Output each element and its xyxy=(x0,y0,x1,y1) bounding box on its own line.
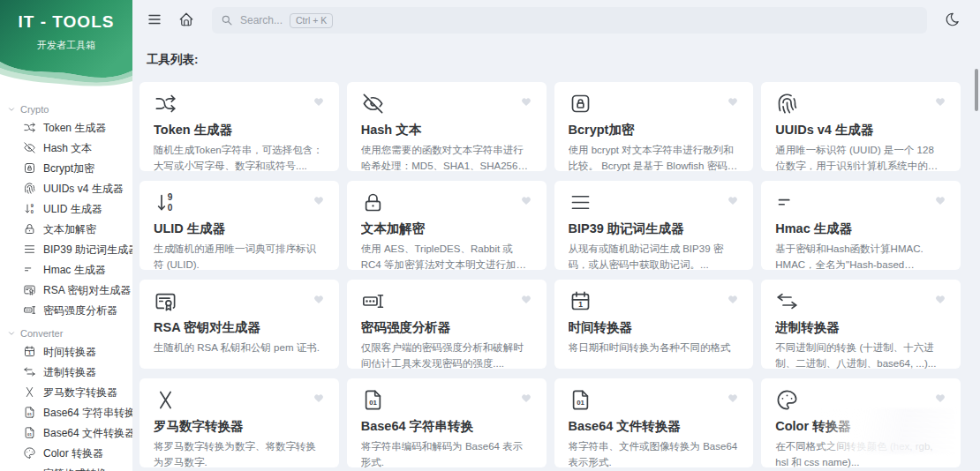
tool-card[interactable]: Hash 文本 使用您需要的函数对文本字符串进行哈希处理：MD5、SHA1、SH… xyxy=(347,82,547,171)
menu-toggle-button[interactable] xyxy=(143,9,166,32)
list-icon xyxy=(23,243,36,256)
file-digit-icon: 01 xyxy=(23,406,36,419)
tool-card[interactable]: 文本加解密 使用 AES、TripleDES、Rabbit 或 RC4 等加密算… xyxy=(347,181,547,270)
tool-card-description: 将罗马数字转换为数字、将数字转换为罗马数字. xyxy=(154,439,325,467)
sidebar-item[interactable]: Hmac 生成器 xyxy=(0,259,132,280)
tool-card[interactable]: BIP39 助记词生成器 从现有或随机助记词生成 BIP39 密码，或从密码中获… xyxy=(554,181,754,270)
tool-card[interactable]: 01 Base64 文件转换器 将字符串、文件或图像转换为 Base64 表示形… xyxy=(554,378,754,467)
tool-card[interactable]: 90 ULID 生成器 生成随机的通用唯一词典可排序标识符 (ULID). xyxy=(139,181,339,270)
svg-text:0: 0 xyxy=(31,209,34,214)
svg-text:01: 01 xyxy=(369,399,377,407)
sidebar-item[interactable]: Color 转换器 xyxy=(0,443,132,463)
scrollbar-thumb[interactable] xyxy=(975,69,978,111)
app-subtitle: 开发者工具箱 xyxy=(0,39,132,52)
tool-card-description: 使用 AES、TripleDES、Rabbit 或 RC4 等加密算法对文本明文… xyxy=(361,242,532,270)
sidebar-item[interactable]: BIP39 助记词生成器 xyxy=(0,239,132,259)
tool-card-title: Bcrypt加密 xyxy=(569,122,740,138)
favorite-heart-icon[interactable] xyxy=(934,392,946,404)
sidebar-section-label: Converter xyxy=(20,328,63,339)
favorite-heart-icon[interactable] xyxy=(520,194,532,206)
favorite-heart-icon[interactable] xyxy=(313,392,325,404)
tool-card[interactable]: Hmac 生成器 基于密钥和Hash函数计算HMAC. HMAC，全名为"Has… xyxy=(761,181,961,270)
tool-card[interactable]: RSA 密钥对生成器 生随机的 RSA 私钥和公钥 pem 证书. xyxy=(139,280,339,369)
tool-card-description: 在不同格式之间转换颜色 (hex, rgb, hsl 和 css name)..… xyxy=(775,439,946,467)
dark-mode-toggle[interactable] xyxy=(941,9,964,32)
favorite-heart-icon[interactable] xyxy=(727,95,739,108)
sidebar-item[interactable]: Bcrypt加密 xyxy=(0,158,132,178)
favorite-heart-icon[interactable] xyxy=(934,95,946,108)
sidebar-item[interactable]: 文本加解密 xyxy=(0,219,132,239)
favorite-heart-icon[interactable] xyxy=(934,194,946,206)
sidebar-item[interactable]: Hash 文本 xyxy=(0,138,132,158)
letter-x-icon xyxy=(23,385,36,399)
tool-card-description: 使用您需要的函数对文本字符串进行哈希处理：MD5、SHA1、SHA256、SHA… xyxy=(361,143,532,171)
sidebar-item[interactable]: 1 时间转换器 xyxy=(0,341,132,362)
arrows-left-right-icon xyxy=(23,365,36,378)
favorite-heart-icon[interactable] xyxy=(520,293,532,305)
favorite-heart-icon[interactable] xyxy=(727,392,739,404)
topbar: Search... Ctrl + K xyxy=(132,0,980,41)
sidebar-item[interactable]: 罗马数字转换器 xyxy=(0,382,132,402)
tool-card-description: 将字符串编码和解码为 Base64 表示形式. xyxy=(361,439,532,467)
chevron-down-icon xyxy=(7,105,16,114)
favorite-heart-icon[interactable] xyxy=(520,95,532,108)
arrows-left-right-icon xyxy=(775,289,799,313)
svg-text:0: 0 xyxy=(168,203,173,213)
tool-card[interactable]: Bcrypt加密 使用 bcrypt 对文本字符串进行散列和比较。 Bcrypt… xyxy=(554,82,754,171)
sidebar-item[interactable]: Token 生成器 xyxy=(0,117,132,138)
tool-card[interactable]: 1 时间转换器 将日期和时间转换为各种不同的格式 xyxy=(554,280,754,369)
sidebar-item[interactable]: aA 字符格式转换 xyxy=(0,463,132,471)
app-logo: IT - TOOLS 开发者工具箱 xyxy=(0,0,132,91)
tool-card[interactable]: Token 生成器 随机生成Token字符串，可选择包含：大写或小写字母、数字和… xyxy=(139,82,339,171)
sidebar-item[interactable]: UUIDs v4 生成器 xyxy=(0,178,132,198)
sidebar-item-label: 罗马数字转换器 xyxy=(43,386,117,399)
shuffle-icon xyxy=(23,121,36,134)
certificate-icon xyxy=(154,289,177,313)
hmac-lines-icon xyxy=(23,263,36,276)
svg-text:01: 01 xyxy=(577,399,584,407)
favorite-heart-icon[interactable] xyxy=(934,293,946,305)
sidebar-section-header[interactable]: Crypto xyxy=(0,101,132,117)
sidebar-section-header[interactable]: Converter xyxy=(0,325,132,341)
tool-card-title: Token 生成器 xyxy=(154,122,325,138)
sidebar-item[interactable]: 进制转换器 xyxy=(0,362,132,382)
sidebar-item[interactable]: 01 Base64 字符串转换 xyxy=(0,402,132,422)
tool-card-description: 生随机的 RSA 私钥和公钥 pem 证书. xyxy=(154,340,325,356)
shuffle-icon xyxy=(154,92,177,116)
sidebar-item[interactable]: 01 Base64 文件转换器 xyxy=(0,422,132,443)
favorite-heart-icon[interactable] xyxy=(520,392,532,404)
tool-card-title: RSA 密钥对生成器 xyxy=(154,319,325,336)
favorite-heart-icon[interactable] xyxy=(727,293,739,305)
tool-card[interactable]: Color 转换器 在不同格式之间转换颜色 (hex, rgb, hsl 和 c… xyxy=(761,378,961,467)
home-button[interactable] xyxy=(175,9,198,32)
sidebar-item[interactable]: 密码强度分析器 xyxy=(0,300,132,320)
tool-card-title: ULID 生成器 xyxy=(154,221,325,237)
tool-card-title: 进制转换器 xyxy=(775,319,946,336)
favorite-heart-icon[interactable] xyxy=(313,194,325,206)
sidebar: IT - TOOLS 开发者工具箱 Crypto Token 生成器 Hash … xyxy=(0,0,132,471)
tool-card[interactable]: 进制转换器 不同进制间的转换 (十进制、十六进制、二进制、八进制、base64,… xyxy=(761,280,961,369)
sidebar-item-label: ULID 生成器 xyxy=(43,203,102,215)
home-icon xyxy=(178,11,194,30)
sidebar-item[interactable]: RSA 密钥对生成器 xyxy=(0,280,132,300)
tool-card-title: 时间转换器 xyxy=(569,319,740,336)
tool-card[interactable]: 罗马数字转换器 将罗马数字转换为数字、将数字转换为罗马数字. xyxy=(139,378,339,467)
favorite-heart-icon[interactable] xyxy=(727,194,739,206)
sidebar-item-label: 时间转换器 xyxy=(43,346,96,358)
tool-card-title: 密码强度分析器 xyxy=(361,319,532,336)
tool-card[interactable]: 密码强度分析器 仅限客户端的密码强度分析和破解时间估计工具来发现密码的强度...… xyxy=(347,280,547,369)
tool-card[interactable]: UUIDs v4 生成器 通用唯一标识符 (UUID) 是一个 128 位数字，… xyxy=(761,82,961,171)
sidebar-item[interactable]: 90 ULID 生成器 xyxy=(0,198,132,219)
sort-numbers-icon: 90 xyxy=(154,191,177,214)
sidebar-item-label: Color 转换器 xyxy=(43,447,103,460)
tool-card[interactable]: 01 Base64 字符串转换 将字符串编码和解码为 Base64 表示形式. xyxy=(347,378,547,467)
favorite-heart-icon[interactable] xyxy=(313,95,325,108)
favorite-heart-icon[interactable] xyxy=(313,293,325,305)
tool-card-grid: Token 生成器 随机生成Token字符串，可选择包含：大写或小写字母、数字和… xyxy=(139,82,961,467)
main-content: Search... Ctrl + K 工具列表: Token 生成器 随机生成T… xyxy=(132,0,980,471)
letter-x-icon xyxy=(154,388,177,412)
certificate-icon xyxy=(23,283,36,296)
app-title: IT - TOOLS xyxy=(0,12,132,32)
search-input[interactable]: Search... Ctrl + K xyxy=(212,7,927,34)
tool-card-title: BIP39 助记词生成器 xyxy=(569,221,740,237)
